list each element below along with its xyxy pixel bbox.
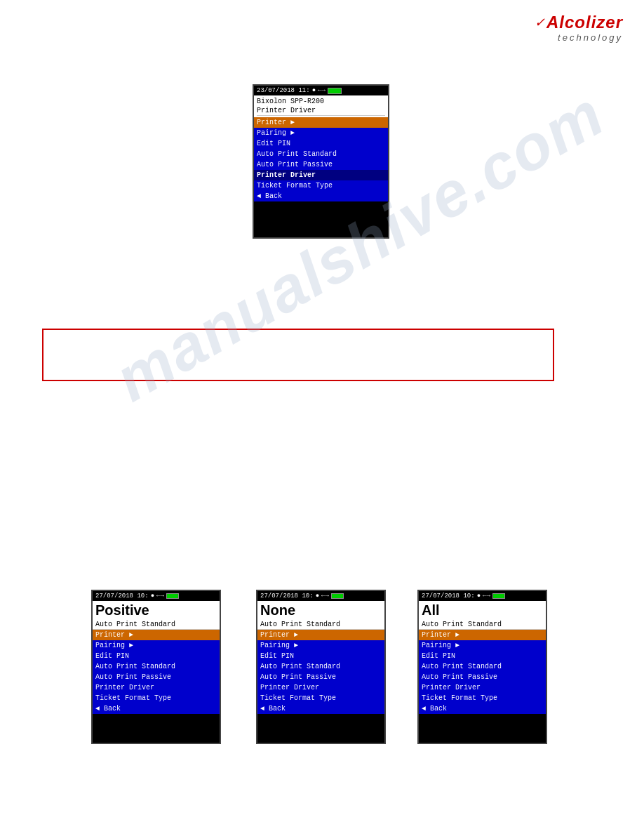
battery-3 [492,593,505,599]
screen3-menu-ticketformat[interactable]: Ticket Format Type [419,693,546,703]
main-menu-item-autopassive[interactable]: Auto Print Passive [254,159,388,170]
screen2-menu-autopassive[interactable]: Auto Print Passive [257,672,384,682]
main-date: 23/07/2018 11: [257,87,310,94]
screen-none-header: None Auto Print Standard [257,601,384,630]
screen1-menu-editpin[interactable]: Edit PIN [93,651,220,661]
main-subtitle: Printer Driver [257,106,385,116]
battery-1 [166,593,179,599]
main-screen-content: Bixolon SPP-R200 Printer Driver [254,95,388,117]
main-menu-item-autostandard[interactable]: Auto Print Standard [254,149,388,159]
main-menu-item-ticketformat[interactable]: Ticket Format Type [254,180,388,191]
bt-icon-3: ● [477,593,481,600]
screen2-menu-printer[interactable]: Printer ► [257,630,384,640]
usb-icon-2: ←→ [321,593,329,600]
screen-all-small-label: Auto Print Standard [419,620,546,630]
screen-positive-small-label: Auto Print Standard [93,620,220,630]
screen2-menu-ticketformat[interactable]: Ticket Format Type [257,693,384,703]
screen2-menu-editpin[interactable]: Edit PIN [257,651,384,661]
screen-positive: 27/07/2018 10: ● ←→ Positive Auto Print … [91,590,221,744]
screen3-menu-pairing[interactable]: Pairing ► [419,640,546,651]
screen3-menu-editpin[interactable]: Edit PIN [419,651,546,661]
logo-checkmark: ✓ [535,15,545,30]
main-menu-item-printer[interactable]: Printer ► [254,117,388,128]
screen2-menu-printerdriver[interactable]: Printer Driver [257,682,384,693]
logo: ✓ Alcolizer technology [535,13,623,43]
screen-all: 27/07/2018 10: ● ←→ All Auto Print Stand… [417,590,547,744]
main-menu-item-pairing[interactable]: Pairing ► [254,128,388,138]
usb-icon-1: ←→ [156,593,164,600]
logo-brand: Alcolizer [546,13,623,32]
screen-none-topbar: 27/07/2018 10: ● ←→ [257,591,384,601]
screen-none-small-label: Auto Print Standard [257,620,384,630]
screen2-menu-autostandard[interactable]: Auto Print Standard [257,661,384,672]
screen-positive-topbar: 27/07/2018 10: ● ←→ [93,591,220,601]
main-usb-icon: ←→ [318,87,326,94]
bt-icon-1: ● [151,593,154,600]
bt-icon-2: ● [316,593,319,600]
screen2-menu-back[interactable]: ◄ Back [257,703,384,714]
main-bt-icon: ● [312,87,316,94]
screen3-menu-printer[interactable]: Printer ► [419,630,546,640]
screen-all-topbar: 27/07/2018 10: ● ←→ [419,591,546,601]
main-device-name: Bixolon SPP-R200 [257,97,385,106]
screen-none: 27/07/2018 10: ● ←→ None Auto Print Stan… [256,590,386,744]
screen-positive-date: 27/07/2018 10: [95,593,149,600]
screen-none-big-label: None [257,601,384,620]
screen1-menu-back[interactable]: ◄ Back [93,703,220,714]
highlight-box [42,329,554,381]
main-battery [328,88,342,94]
screen2-menu-pairing[interactable]: Pairing ► [257,640,384,651]
main-screen-topbar: 23/07/2018 11: ● ←→ [254,86,388,95]
screen1-menu-printerdriver[interactable]: Printer Driver [93,682,220,693]
screen1-menu-autostandard[interactable]: Auto Print Standard [93,661,220,672]
screen-positive-header: Positive Auto Print Standard [93,601,220,630]
screen3-menu-autopassive[interactable]: Auto Print Passive [419,672,546,682]
screen3-menu-printerdriver[interactable]: Printer Driver [419,682,546,693]
usb-icon-3: ←→ [483,593,490,600]
screen3-menu-back[interactable]: ◄ Back [419,703,546,714]
screen-all-date: 27/07/2018 10: [422,593,475,600]
logo-sub: technology [535,32,623,43]
screen1-menu-autopassive[interactable]: Auto Print Passive [93,672,220,682]
screen-all-header: All Auto Print Standard [419,601,546,630]
screen-positive-big-label: Positive [93,601,220,620]
main-menu-item-back[interactable]: ◄ Back [254,191,388,201]
screen-all-big-label: All [419,601,546,620]
screen1-menu-ticketformat[interactable]: Ticket Format Type [93,693,220,703]
main-menu-item-editpin[interactable]: Edit PIN [254,138,388,149]
screen1-menu-printer[interactable]: Printer ► [93,630,220,640]
main-menu-item-printerdriver[interactable]: Printer Driver [254,170,388,180]
screen3-menu-autostandard[interactable]: Auto Print Standard [419,661,546,672]
screen-none-date: 27/07/2018 10: [260,593,314,600]
screen1-menu-pairing[interactable]: Pairing ► [93,640,220,651]
battery-2 [331,593,344,599]
main-device-screen: 23/07/2018 11: ● ←→ Bixolon SPP-R200 Pri… [253,84,389,239]
